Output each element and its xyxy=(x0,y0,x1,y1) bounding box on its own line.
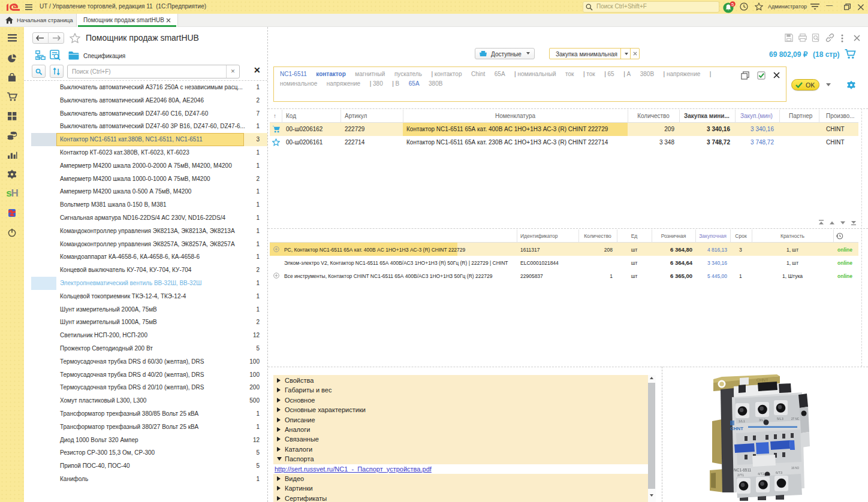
svg-text:16 NO: 16 NO xyxy=(791,467,800,470)
svg-text:5: 5 xyxy=(731,2,734,7)
svg-text:1/L1: 1/L1 xyxy=(739,419,745,423)
svg-text:2T NC: 2T NC xyxy=(791,418,800,421)
svg-text:5/L3: 5/L3 xyxy=(777,417,783,421)
svg-text:4/T2: 4/T2 xyxy=(758,472,764,476)
svg-text:CHNT: CHNT xyxy=(730,426,743,431)
svg-text:CHNT: CHNT xyxy=(757,378,768,382)
svg-text:NC1-6511: NC1-6511 xyxy=(734,468,752,472)
svg-text:2/T1: 2/T1 xyxy=(737,473,744,477)
svg-text:6/T3: 6/T3 xyxy=(776,471,782,474)
